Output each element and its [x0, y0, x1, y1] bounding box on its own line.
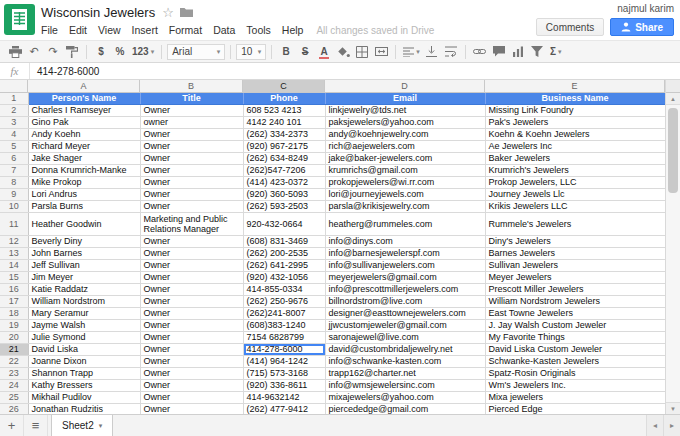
cell-E7[interactable]: Krumrich's Jewelers [485, 165, 665, 177]
row-number-8[interactable]: 8 [0, 177, 28, 189]
cell-B22[interactable]: Owner [140, 356, 243, 368]
folder-icon[interactable] [180, 7, 193, 17]
cell-C7[interactable]: (262)547-7206 [243, 165, 325, 177]
row-number-12[interactable]: 12 [0, 236, 28, 248]
row-number-6[interactable]: 6 [0, 153, 28, 165]
borders-icon[interactable] [353, 43, 371, 61]
cell-C17[interactable]: (262) 250-9676 [243, 296, 325, 308]
undo-icon[interactable]: ↶ [25, 43, 43, 61]
cell-A9[interactable]: Lori Andrus [28, 189, 140, 201]
cell-E25[interactable]: Mixa jewelers [485, 392, 665, 404]
cell-D23[interactable]: trapp162@charter.net [325, 368, 485, 380]
cell-E2[interactable]: Missing Link Foundry [485, 105, 665, 117]
cell-E12[interactable]: Diny's Jewelers [485, 236, 665, 248]
cell-A3[interactable]: Gino Pak [28, 117, 140, 129]
cell-E26[interactable]: Pierced Edge [485, 404, 665, 415]
share-button[interactable]: Share [610, 18, 674, 36]
cell-E18[interactable]: East Towne Jewelers [485, 308, 665, 320]
cell-E13[interactable]: Barnes Jewelers [485, 248, 665, 260]
scroll-up-button[interactable]: ▲ [666, 93, 680, 105]
cell-E17[interactable]: William Nordstrom Jewelers [485, 296, 665, 308]
cell-E22[interactable]: Schwanke-Kasten Jewelers [485, 356, 665, 368]
cell-C5[interactable]: (920) 967-2175 [243, 141, 325, 153]
row-number-23[interactable]: 23 [0, 368, 28, 380]
cell-B10[interactable]: Owner [140, 201, 243, 213]
cell-B6[interactable]: Owner [140, 153, 243, 165]
cell-E14[interactable]: Sullivan Jewelers [485, 260, 665, 272]
row-number-13[interactable]: 13 [0, 248, 28, 260]
cell-A5[interactable]: Richard Meyer [28, 141, 140, 153]
menu-file[interactable]: File [41, 24, 58, 36]
functions-button[interactable]: Σ▾ [547, 43, 565, 61]
cell-E10[interactable]: Krikis Jewelers LLC [485, 201, 665, 213]
cell-D3[interactable]: paksjewelers@yahoo.com [325, 117, 485, 129]
select-all-corner[interactable] [0, 80, 28, 92]
cell-A4[interactable]: Andy Koehn [28, 129, 140, 141]
cell-D14[interactable]: info@sullivanjewelers.com [325, 260, 485, 272]
menu-help[interactable]: Help [282, 24, 304, 36]
cell-C3[interactable]: 4142 240 101 [243, 117, 325, 129]
cell-C15[interactable]: (920) 432-1056 [243, 272, 325, 284]
cell-D16[interactable]: info@prescottmillerjewelers.com [325, 284, 485, 296]
text-color-button[interactable]: A [315, 43, 333, 61]
cell-B18[interactable]: Owner [140, 308, 243, 320]
cell-D5[interactable]: rich@aejewelers.com [325, 141, 485, 153]
row-number-19[interactable]: 19 [0, 320, 28, 332]
cell-B12[interactable]: Owner [140, 236, 243, 248]
cell-C20[interactable]: 7154 6828799 [243, 332, 325, 344]
cell-E8[interactable]: Prokop Jewelers, LLC [485, 177, 665, 189]
cell-D6[interactable]: jake@baker-jewelers.com [325, 153, 485, 165]
cell-E16[interactable]: Prescott Miller Jewelers [485, 284, 665, 296]
cell-A22[interactable]: Joanne Dixon [28, 356, 140, 368]
cell-B8[interactable]: Owner [140, 177, 243, 189]
bold-button[interactable]: B [277, 43, 295, 61]
row-number-16[interactable]: 16 [0, 284, 28, 296]
redo-icon[interactable]: ↷ [44, 43, 62, 61]
cell-D20[interactable]: saronajewel@live.com [325, 332, 485, 344]
font-select[interactable]: Arial▾ [167, 44, 225, 60]
cell-E20[interactable]: My Favorite Things [485, 332, 665, 344]
cell-B21[interactable]: Owner [140, 344, 243, 356]
cell-C1[interactable]: Phone [243, 93, 325, 105]
cell-C16[interactable]: 414-855-0334 [243, 284, 325, 296]
row-number-10[interactable]: 10 [0, 201, 28, 213]
cell-B23[interactable]: Owner [140, 368, 243, 380]
row-number-22[interactable]: 22 [0, 356, 28, 368]
row-number-14[interactable]: 14 [0, 260, 28, 272]
row-number-15[interactable]: 15 [0, 272, 28, 284]
formula-input[interactable]: 414-278-6000 [30, 66, 680, 77]
cell-B26[interactable]: Owner [140, 404, 243, 415]
row-number-11[interactable]: 11 [0, 213, 28, 236]
cell-D13[interactable]: info@barnesjewelerspf.com [325, 248, 485, 260]
menu-tools[interactable]: Tools [246, 24, 271, 36]
menu-edit[interactable]: Edit [69, 24, 87, 36]
cell-D10[interactable]: parsla@krikisjewelry.com [325, 201, 485, 213]
cell-D11[interactable]: heatherg@rummeles.com [325, 213, 485, 236]
cell-B24[interactable]: Owner [140, 380, 243, 392]
cell-C21[interactable]: 414-278-6000 [243, 344, 325, 356]
cell-B1[interactable]: Title [140, 93, 243, 105]
row-number-5[interactable]: 5 [0, 141, 28, 153]
row-number-4[interactable]: 4 [0, 129, 28, 141]
cell-D12[interactable]: info@dinys.com [325, 236, 485, 248]
cell-E11[interactable]: Rummele's Jewelers [485, 213, 665, 236]
cell-C10[interactable]: (262) 593-2503 [243, 201, 325, 213]
cell-B9[interactable]: Owner [140, 189, 243, 201]
cell-C8[interactable]: (414) 423-0372 [243, 177, 325, 189]
row-number-9[interactable]: 9 [0, 189, 28, 201]
cell-D15[interactable]: meyerjewelers@gmail.com [325, 272, 485, 284]
cell-E1[interactable]: Business Name [485, 93, 665, 105]
menu-data[interactable]: Data [213, 24, 235, 36]
column-header-D[interactable]: D [325, 80, 485, 92]
column-header-C[interactable]: C [243, 80, 325, 92]
cell-D17[interactable]: billnordstrom@live.com [325, 296, 485, 308]
cell-D8[interactable]: prokopjewelers@wi.rr.com [325, 177, 485, 189]
cell-B25[interactable]: Owner [140, 392, 243, 404]
cell-D26[interactable]: piercededge@gmail.com [325, 404, 485, 415]
cell-A21[interactable]: David Liska [28, 344, 140, 356]
sheets-logo-icon[interactable] [4, 4, 35, 35]
row-number-17[interactable]: 17 [0, 296, 28, 308]
menu-view[interactable]: View [98, 24, 121, 36]
cell-D7[interactable]: krumrichs@gmail.com [325, 165, 485, 177]
cell-A19[interactable]: Jayme Walsh [28, 320, 140, 332]
